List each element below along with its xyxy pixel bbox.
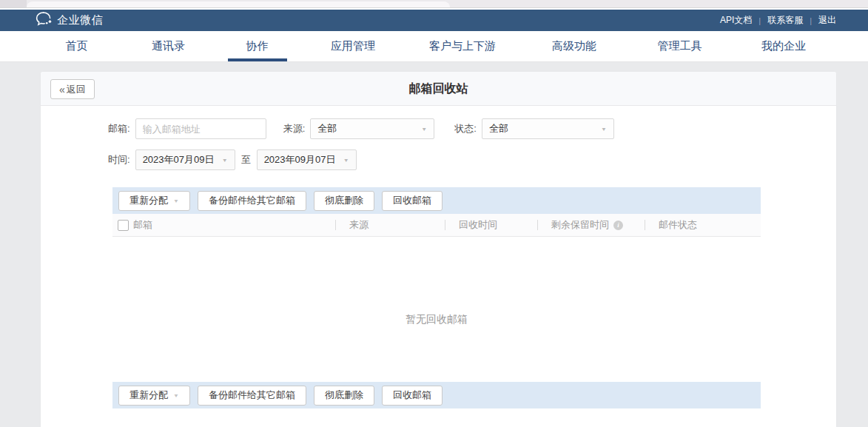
- chevron-down-icon: ▼: [222, 157, 228, 163]
- info-icon[interactable]: i: [613, 221, 623, 230]
- nav-item-label: 我的企业: [761, 39, 806, 53]
- status-filter-label: 状态:: [454, 122, 477, 135]
- nav-item-admin-tools[interactable]: 管理工具: [628, 31, 731, 61]
- date-to-select[interactable]: 2023年09月07日 ▼: [257, 149, 357, 170]
- filter-row-1: 邮箱: 来源: 全部 ▼ 状态: 全部 ▼: [108, 118, 614, 139]
- reassign-button-label: 重新分配: [129, 194, 168, 207]
- card-header: « 返回 邮箱回收站: [41, 72, 836, 106]
- backup-mail-button[interactable]: 备份邮件给其它邮箱: [198, 191, 306, 211]
- column-header-mail-status: 邮件状态: [645, 214, 761, 236]
- backup-mail-button-label: 备份邮件给其它邮箱: [209, 194, 295, 207]
- chat-bubble-icon: [36, 11, 52, 30]
- nav-item-label: 通讯录: [152, 39, 185, 53]
- chevron-down-icon: ▼: [343, 157, 349, 163]
- reassign-button[interactable]: 重新分配 ▼: [118, 386, 190, 406]
- delete-permanently-button-label: 彻底删除: [325, 194, 363, 207]
- app-header: 企业微信 API文档 | 联系客服 | 退出: [0, 10, 868, 31]
- header-links: API文档 | 联系客服 | 退出: [720, 14, 836, 27]
- delete-permanently-button[interactable]: 彻底删除: [314, 386, 374, 406]
- wechat-work-logo[interactable]: 企业微信: [36, 11, 103, 30]
- nav-item-collaboration[interactable]: 协作: [213, 31, 301, 61]
- nav-item-app-management[interactable]: 应用管理: [301, 31, 405, 61]
- nav-item-home[interactable]: 首页: [30, 31, 124, 61]
- browser-tab: [27, 1, 450, 7]
- column-label: 回收时间: [459, 218, 497, 232]
- chevron-down-icon: ▼: [601, 126, 607, 132]
- column-label: 来源: [349, 218, 369, 232]
- column-header-source: 来源: [335, 214, 445, 236]
- nav-item-label: 首页: [66, 39, 88, 53]
- source-filter-label: 来源:: [283, 122, 306, 135]
- logout-link[interactable]: 退出: [818, 14, 836, 27]
- column-header-recycle-time: 回收时间: [445, 214, 537, 236]
- source-select[interactable]: 全部 ▼: [310, 118, 434, 139]
- select-all-checkbox[interactable]: [118, 220, 129, 231]
- date-range-separator: 至: [241, 153, 251, 167]
- nav-item-label: 管理工具: [658, 39, 702, 53]
- email-search-input[interactable]: [135, 118, 266, 139]
- recycle-mailbox-button-label: 回收邮箱: [393, 194, 431, 207]
- recycle-mailbox-button-label: 回收邮箱: [393, 389, 431, 402]
- browser-chrome-strip: [0, 0, 868, 7]
- filter-row-2: 时间: 2023年07月09日 ▼ 至 2023年09月07日 ▼: [108, 149, 357, 170]
- link-separator: |: [758, 16, 761, 25]
- reassign-button[interactable]: 重新分配 ▼: [118, 191, 190, 211]
- time-filter-label: 时间:: [108, 153, 130, 167]
- empty-state-text: 暂无回收邮箱: [112, 313, 761, 326]
- backup-mail-button-label: 备份邮件给其它邮箱: [209, 389, 295, 402]
- contact-support-link[interactable]: 联系客服: [767, 14, 803, 27]
- recycle-mailbox-button[interactable]: 回收邮箱: [382, 191, 443, 211]
- column-header-retention: 剩余保留时间 i: [537, 214, 645, 236]
- delete-permanently-button[interactable]: 彻底删除: [314, 191, 374, 211]
- delete-permanently-button-label: 彻底删除: [325, 389, 363, 402]
- main-nav: 首页 通讯录 协作 应用管理 客户与上下游 高级功能 管理工具 我的企业: [0, 31, 868, 62]
- nav-item-label: 协作: [246, 39, 269, 53]
- nav-item-label: 应用管理: [331, 39, 375, 53]
- toolbar-bottom: 重新分配 ▼ 备份邮件给其它邮箱 彻底删除 回收邮箱: [112, 382, 761, 408]
- logo-text: 企业微信: [57, 13, 103, 27]
- nav-item-label: 客户与上下游: [429, 39, 496, 53]
- content-card: « 返回 邮箱回收站 邮箱: 来源: 全部 ▼ 状态: 全部 ▼ 时间: 202…: [41, 72, 836, 427]
- nav-item-contacts[interactable]: 通讯录: [124, 31, 213, 61]
- column-header-mailbox: 邮箱: [133, 214, 335, 236]
- date-to-value: 2023年09月07日: [264, 153, 336, 167]
- toolbar-top: 重新分配 ▼ 备份邮件给其它邮箱 彻底删除 回收邮箱: [112, 187, 761, 214]
- nav-item-label: 高级功能: [552, 39, 596, 53]
- date-from-value: 2023年07月09日: [143, 153, 215, 167]
- status-select[interactable]: 全部 ▼: [482, 118, 614, 139]
- link-separator: |: [810, 16, 812, 25]
- nav-item-customers[interactable]: 客户与上下游: [405, 31, 520, 61]
- column-label: 邮件状态: [659, 218, 697, 232]
- chevron-down-icon: ▼: [173, 198, 179, 204]
- nav-item-my-company[interactable]: 我的企业: [731, 31, 836, 61]
- select-all-cell: [112, 214, 133, 236]
- status-select-value: 全部: [489, 122, 508, 135]
- page-title: 邮箱回收站: [41, 72, 836, 106]
- reassign-button-label: 重新分配: [129, 389, 168, 402]
- source-select-value: 全部: [317, 122, 337, 135]
- table-header: 邮箱 来源 回收时间 剩余保留时间 i 邮件状态: [112, 214, 761, 237]
- column-label: 剩余保留时间: [551, 218, 609, 232]
- email-filter-label: 邮箱:: [108, 122, 130, 135]
- backup-mail-button[interactable]: 备份邮件给其它邮箱: [198, 386, 306, 406]
- nav-item-advanced[interactable]: 高级功能: [520, 31, 628, 61]
- browser-corner: [0, 0, 27, 7]
- chevron-down-icon: ▼: [421, 126, 427, 132]
- date-from-select[interactable]: 2023年07月09日 ▼: [135, 149, 235, 170]
- column-label: 邮箱: [133, 218, 152, 232]
- recycle-mailbox-button[interactable]: 回收邮箱: [382, 386, 443, 406]
- chevron-down-icon: ▼: [173, 392, 179, 398]
- api-docs-link[interactable]: API文档: [720, 14, 752, 27]
